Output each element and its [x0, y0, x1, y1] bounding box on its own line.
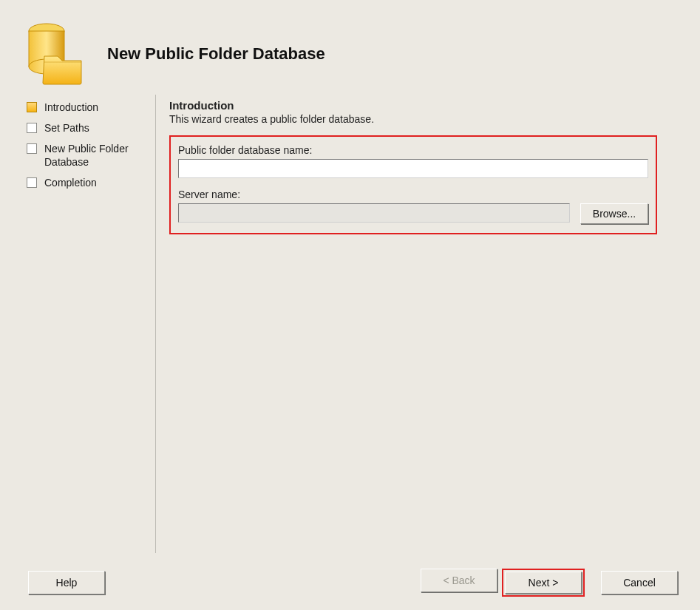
step-completion: Completion	[27, 176, 155, 189]
server-name-input	[178, 203, 570, 223]
step-label: New Public Folder Database	[44, 142, 155, 169]
server-name-label: Server name:	[178, 189, 648, 200]
wizard-body: Introduction Set Paths New Public Folder…	[0, 95, 700, 553]
wizard-content: Introduction This wizard creates a publi…	[156, 95, 700, 553]
wizard-dialog: New Public Folder Database Introduction …	[0, 0, 700, 610]
step-indicator-icon	[27, 143, 37, 154]
step-set-paths: Set Paths	[27, 121, 155, 135]
step-label: Set Paths	[44, 121, 89, 135]
step-indicator-icon	[27, 123, 37, 133]
back-button: < Back	[421, 569, 497, 592]
step-indicator-icon	[27, 177, 37, 188]
wizard-footer: Help < Back Next > Cancel	[0, 555, 700, 610]
db-name-label: Public folder database name:	[178, 144, 648, 156]
step-label: Completion	[44, 176, 97, 189]
next-button-highlight: Next >	[502, 569, 585, 597]
wizard-header: New Public Folder Database	[0, 0, 700, 95]
step-new-public-folder-database: New Public Folder Database	[27, 142, 155, 169]
public-folder-database-icon	[22, 21, 89, 87]
input-highlight-region: Public folder database name: Server name…	[169, 135, 657, 234]
step-introduction: Introduction	[27, 101, 155, 114]
cancel-button[interactable]: Cancel	[601, 571, 678, 594]
next-button[interactable]: Next >	[505, 572, 582, 594]
step-label: Introduction	[44, 101, 98, 114]
nav-button-group: < Back Next > Cancel	[421, 569, 678, 597]
content-title: Introduction	[169, 99, 685, 112]
help-button[interactable]: Help	[28, 571, 105, 594]
db-name-input[interactable]	[178, 159, 648, 178]
wizard-title: New Public Folder Database	[107, 44, 325, 64]
content-description: This wizard creates a public folder data…	[169, 113, 685, 125]
step-indicator-icon	[27, 102, 37, 112]
wizard-steps-sidebar: Introduction Set Paths New Public Folder…	[0, 95, 155, 553]
browse-button[interactable]: Browse...	[580, 203, 648, 224]
